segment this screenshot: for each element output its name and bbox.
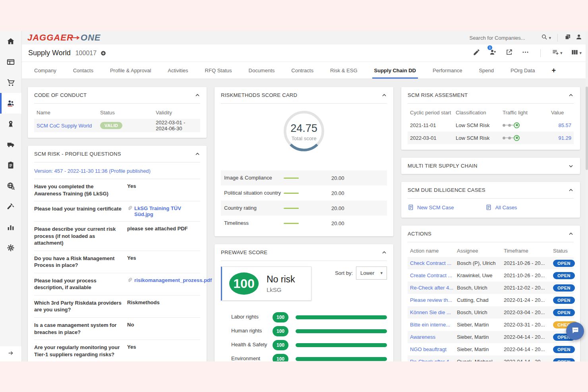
action-name-link[interactable]: Re-Check after 4... <box>410 359 457 361</box>
value-link[interactable]: 85.57 <box>558 122 571 128</box>
tab-documents[interactable]: Documents <box>240 62 283 79</box>
sort-by-label: Sort by: <box>335 270 353 276</box>
sidebar-item-quality[interactable] <box>0 114 21 134</box>
value-link[interactable]: 91.29 <box>558 135 571 141</box>
prewave-score-box: 100 No risk LkSG <box>221 266 311 301</box>
tab-supply-chain-dd[interactable]: Supply Chain DD <box>366 62 424 79</box>
edit-button[interactable] <box>473 48 480 58</box>
sort-by-select[interactable]: Lower ▾ <box>356 266 387 280</box>
card-title: ACTIONS <box>408 231 431 237</box>
tab-risk-esg[interactable]: Risk & ESG <box>322 62 366 79</box>
document-icon <box>408 204 414 210</box>
multi-tier-card: MULTI TIER SUPPLY CHAIN <box>401 158 580 174</box>
coc-name-link[interactable]: SCM CoC Supply World <box>37 123 100 129</box>
questions-list: Version: 457 - 2022-11-30 11:36 (Profile… <box>28 162 207 361</box>
question-row: Please load your training certificateLkS… <box>34 201 200 222</box>
columns-button[interactable]: ▾ <box>571 48 582 58</box>
card-title: MULTI TIER SUPPLY CHAIN <box>408 163 478 169</box>
windows-button[interactable] <box>564 33 571 42</box>
sidebar-item-shopping[interactable] <box>0 72 21 93</box>
action-name-link[interactable]: Können Sie die ... <box>410 309 457 315</box>
timeframe: 2022-04-14 - 20... <box>504 334 553 340</box>
question: Which 3rd Party Riskdata providers are y… <box>34 299 127 313</box>
add-to-list-button[interactable]: ▾ <box>552 48 563 58</box>
sidebar-expand-button[interactable] <box>0 346 21 361</box>
logo-text-jaggaer: JAGGAER <box>27 33 74 43</box>
case-link[interactable]: New SCM Case <box>408 204 485 210</box>
truck-icon <box>6 140 15 149</box>
attachment-link[interactable]: LkSG Training TÜV Süd.jpg <box>134 205 200 217</box>
open-external-button[interactable] <box>505 48 513 58</box>
collapse-up-icon[interactable] <box>381 93 387 98</box>
tab-performance[interactable]: Performance <box>424 62 470 79</box>
sidebar-item-global-sourcing[interactable] <box>0 176 21 196</box>
sidebar-item-auctions[interactable] <box>0 196 21 217</box>
sidebar-item-settings[interactable] <box>0 238 21 258</box>
sidebar-item-analytics[interactable] <box>0 217 21 238</box>
company-search-input[interactable] <box>469 35 537 41</box>
tab-contacts[interactable]: Contacts <box>65 62 102 79</box>
tab-profile-approval[interactable]: Profile & Approval <box>102 62 159 79</box>
assign-user-button[interactable]: i <box>489 48 497 58</box>
action-name-link[interactable]: Create Contract ... <box>410 272 457 278</box>
tab-contracts[interactable]: Contracts <box>283 62 322 79</box>
sidebar-item-logistics[interactable] <box>0 134 21 155</box>
clipboard-icon <box>6 161 15 170</box>
card-title: CODE OF CONDUCT <box>34 92 87 98</box>
collapse-up-icon[interactable] <box>568 93 574 98</box>
collapse-up-icon[interactable] <box>568 187 574 193</box>
prewave-score-value: 100 <box>229 272 259 295</box>
tab-porg-data[interactable]: POrg Data <box>502 62 543 79</box>
sidebar-item-dashboard[interactable] <box>0 52 21 72</box>
action-name-link[interactable]: Re-Check after 4... <box>410 285 457 291</box>
assignee: Quack, Michael <box>457 359 504 361</box>
action-name-link[interactable]: Check Contract ... <box>410 260 457 266</box>
question: Do you have a Risk Management Process in… <box>34 255 127 269</box>
prewave-scheme-label: LkSG <box>267 286 295 293</box>
status-badge: OPEN <box>553 346 575 353</box>
tab-activities[interactable]: Activities <box>159 62 196 79</box>
action-name-link[interactable]: Bitte ein interne... <box>410 322 457 328</box>
sidebar-item-contracts[interactable] <box>0 155 21 176</box>
sidebar-item-home[interactable] <box>0 31 21 52</box>
title-actions: i ▾ ▾ <box>473 48 582 58</box>
top-header: JAGGAER ONE ▾ <box>22 31 588 44</box>
search-button[interactable]: ▾ <box>541 33 551 42</box>
attachment-link[interactable]: risikomanagement_prozess.pdf <box>134 277 212 283</box>
tab-company[interactable]: Company <box>26 62 65 79</box>
action-name-link[interactable]: Please review th... <box>410 297 457 303</box>
assignee: Bosch, Ulrich <box>457 285 504 291</box>
tab-rfq-status[interactable]: RFQ Status <box>197 62 240 79</box>
document-icon <box>485 204 492 210</box>
timeframe: 2021-10-26 - 20... <box>504 272 553 278</box>
card-title: RISKMETHODS SCORE CARD <box>221 92 297 98</box>
total-score-label: Total score <box>292 135 317 141</box>
profile-version-link[interactable]: Version: 457 - 2022-11-30 11:36 (Profile… <box>34 168 151 174</box>
tab-spend[interactable]: Spend <box>470 62 502 79</box>
scrollbar[interactable] <box>586 31 588 361</box>
category-score-badge: 100 <box>273 312 288 322</box>
case-link[interactable]: All Cases <box>485 204 563 210</box>
chat-fab-button[interactable] <box>566 322 584 340</box>
table-header: NameStatusValidity <box>34 106 200 119</box>
collapse-up-icon[interactable] <box>381 250 387 255</box>
answer: please see attached PDF <box>127 226 200 247</box>
status-badge: OPEN <box>553 260 575 267</box>
cart-icon <box>6 78 15 87</box>
collapse-up-icon[interactable] <box>195 93 200 98</box>
question-row: Please describe your current risk proces… <box>34 222 200 251</box>
add-tab-button[interactable]: + <box>543 62 564 79</box>
sidebar-item-suppliers[interactable] <box>0 93 21 114</box>
total-score-donut: 24.75 Total score <box>282 109 326 154</box>
more-button[interactable] <box>522 48 529 58</box>
collapse-down-icon[interactable] <box>568 163 574 169</box>
status-circle-icon[interactable] <box>101 50 106 56</box>
chevron-down-icon: ▾ <box>380 270 383 276</box>
collapse-up-icon[interactable] <box>568 231 574 237</box>
action-name-link[interactable]: NGO beauftragt <box>410 346 457 352</box>
collapse-up-icon[interactable] <box>195 151 200 157</box>
card-title: SCM RISK - PROFILE QUESTIONS <box>34 151 121 157</box>
assignee: Sieber, Martin <box>457 346 504 352</box>
action-name-link[interactable]: Awareness <box>410 334 457 340</box>
user-profile-button[interactable] <box>575 33 582 42</box>
